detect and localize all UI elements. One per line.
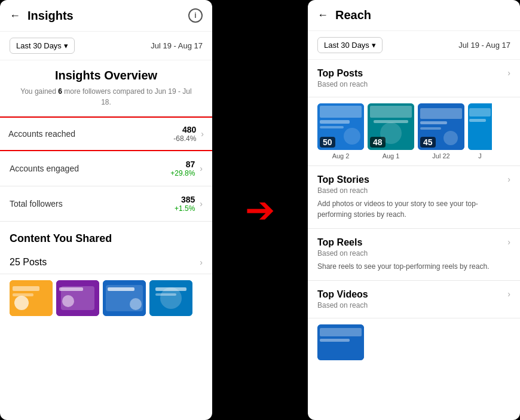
top-reels-desc: Share reels to see your top-performing r… xyxy=(317,261,510,272)
right-content: Top Posts Based on reach › xyxy=(308,60,520,366)
right-date-range: Jul 19 - Aug 17 xyxy=(458,41,510,50)
top-posts-section[interactable]: Top Posts Based on reach › xyxy=(308,60,520,97)
top-post-1-img: 50 xyxy=(317,103,364,150)
top-stories-sub: Based on reach xyxy=(317,186,369,195)
thumb-3[interactable] xyxy=(103,280,146,316)
svg-rect-27 xyxy=(420,121,447,124)
info-icon[interactable]: i xyxy=(188,8,203,23)
top-stories-chevron: › xyxy=(507,174,510,184)
left-date-row: Last 30 Days ▾ Jul 19 - Aug 17 xyxy=(0,32,212,60)
accounts-engaged-value: 87 xyxy=(170,160,195,169)
top-post-4-date: J xyxy=(468,152,492,160)
thumb-4[interactable] xyxy=(149,280,192,316)
svg-rect-26 xyxy=(420,108,462,119)
svg-rect-17 xyxy=(320,106,362,118)
top-post-2[interactable]: 48 Aug 1 xyxy=(368,103,414,160)
top-stories-title: Top Stories xyxy=(317,174,369,185)
top-post-3-img: 45 xyxy=(418,103,464,150)
posts-chevron: › xyxy=(200,257,203,267)
accounts-engaged-label: Accounts engaged xyxy=(10,164,170,173)
content-section-title: Content You Shared xyxy=(0,222,212,251)
svg-rect-19 xyxy=(320,126,344,128)
thumbnail-strip xyxy=(0,274,212,322)
svg-point-29 xyxy=(443,131,458,145)
top-videos-header: Top Videos Based on reach › xyxy=(317,289,510,309)
svg-rect-15 xyxy=(155,293,176,296)
top-posts-title-group: Top Posts Based on reach xyxy=(317,68,368,88)
accounts-engaged-values: 87 +29.8% xyxy=(170,160,195,177)
accounts-engaged-row[interactable]: Accounts engaged 87 +29.8% › xyxy=(0,151,212,186)
svg-rect-28 xyxy=(420,127,441,130)
svg-rect-7 xyxy=(59,287,83,291)
accounts-engaged-chevron: › xyxy=(200,164,203,173)
left-panel: ← Insights i Last 30 Days ▾ Jul 19 - Aug… xyxy=(0,0,212,420)
left-back-button[interactable]: ← xyxy=(10,10,20,22)
top-posts-thumbs: 50 Aug 2 48 Aug 1 xyxy=(308,97,520,166)
svg-rect-0 xyxy=(10,280,53,316)
accounts-reached-values: 480 -68.4% xyxy=(173,125,196,143)
svg-point-11 xyxy=(130,298,142,310)
top-post-1[interactable]: 50 Aug 2 xyxy=(317,103,364,160)
right-date-filter-button[interactable]: Last 30 Days ▾ xyxy=(317,37,383,53)
accounts-reached-row[interactable]: Accounts reached 480 -68.4% › xyxy=(0,117,212,151)
svg-rect-2 xyxy=(13,286,39,291)
top-reels-title: Top Reels xyxy=(317,237,368,248)
top-reels-sub: Based on reach xyxy=(317,249,368,257)
svg-rect-3 xyxy=(13,293,33,296)
right-panel: ← Reach Last 30 Days ▾ Jul 19 - Aug 17 T… xyxy=(308,0,520,420)
top-post-4[interactable]: J xyxy=(468,103,492,160)
left-date-filter-button[interactable]: Last 30 Days ▾ xyxy=(10,38,75,54)
total-followers-row[interactable]: Total followers 385 +1.5% › xyxy=(0,186,212,222)
right-back-button[interactable]: ← xyxy=(317,9,328,22)
thumb-3-img xyxy=(103,280,146,316)
top-posts-title: Top Posts xyxy=(317,68,368,79)
top-reels-header: Top Reels Based on reach › xyxy=(317,237,510,257)
thumb-2[interactable] xyxy=(56,280,99,316)
top-post-2-img: 48 xyxy=(368,103,414,150)
top-posts-header: Top Posts Based on reach › xyxy=(317,68,510,88)
top-post-3[interactable]: 45 Jul 22 xyxy=(418,103,464,160)
top-videos-title-group: Top Videos Based on reach xyxy=(317,289,368,309)
top-video-1[interactable] xyxy=(317,324,364,360)
top-videos-section[interactable]: Top Videos Based on reach › xyxy=(308,281,520,318)
svg-point-20 xyxy=(344,128,360,145)
top-posts-chevron: › xyxy=(507,68,510,78)
svg-rect-32 xyxy=(469,119,486,122)
thumb-2-img xyxy=(56,280,99,316)
total-followers-label: Total followers xyxy=(10,199,175,209)
right-panel-title: Reach xyxy=(335,8,371,22)
right-date-row: Last 30 Days ▾ Jul 19 - Aug 17 xyxy=(308,31,520,60)
svg-point-1 xyxy=(14,296,29,310)
svg-rect-14 xyxy=(155,287,186,291)
top-post-1-count: 50 xyxy=(320,137,335,148)
accounts-reached-value: 480 xyxy=(173,125,196,134)
right-date-filter-label: Last 30 Days xyxy=(324,41,369,50)
top-stories-section[interactable]: Top Stories Based on reach › Add photos … xyxy=(308,166,520,229)
svg-rect-34 xyxy=(320,328,362,336)
total-followers-change: +1.5% xyxy=(175,204,195,213)
svg-rect-18 xyxy=(320,120,350,124)
left-date-filter-chevron: ▾ xyxy=(64,41,68,50)
navigation-arrow: ➔ xyxy=(245,192,275,228)
accounts-reached-chevron: › xyxy=(201,129,204,139)
top-post-1-date: Aug 2 xyxy=(317,152,364,160)
top-reels-section[interactable]: Top Reels Based on reach › Share reels t… xyxy=(308,229,520,281)
app-container: ← Insights i Last 30 Days ▾ Jul 19 - Aug… xyxy=(0,0,520,420)
thumb-1-img xyxy=(10,280,53,316)
svg-rect-22 xyxy=(370,106,412,118)
total-followers-value: 385 xyxy=(175,195,195,204)
accounts-reached-label: Accounts reached xyxy=(8,129,173,139)
svg-rect-10 xyxy=(108,287,134,291)
top-post-2-date: Aug 1 xyxy=(368,152,414,160)
posts-row[interactable]: 25 Posts › xyxy=(0,251,212,274)
left-panel-title: Insights xyxy=(27,9,74,23)
top-videos-thumb-row xyxy=(308,318,520,366)
left-header: ← Insights i xyxy=(0,0,212,32)
subtitle-text: You gained 6 more followers compared to … xyxy=(0,86,212,116)
right-date-filter-chevron: ▾ xyxy=(372,41,376,50)
top-posts-sub: Based on reach xyxy=(317,80,368,88)
posts-label: 25 Posts xyxy=(10,257,200,268)
top-videos-title: Top Videos xyxy=(317,289,368,300)
top-video-1-img xyxy=(317,324,364,360)
thumb-1[interactable] xyxy=(10,280,53,316)
